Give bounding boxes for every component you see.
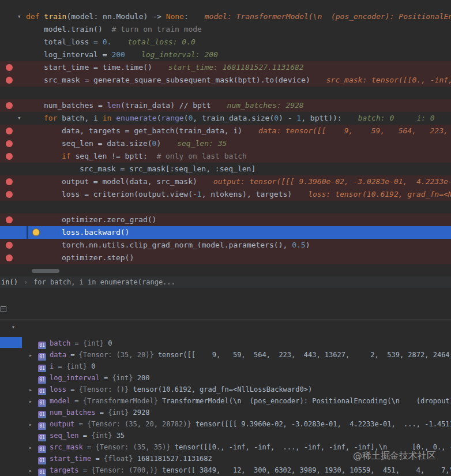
chevron-down-icon[interactable]: ▾ [12,320,15,335]
code-text: loss.backward() [26,228,129,237]
editor-gutter[interactable]: ▾ [0,112,26,125]
code-line[interactable]: seq_len = data.size(0)seq_len: 35 [0,137,451,150]
code-editor[interactable]: ▾def train(model: nn.Module) -> None:mod… [0,0,451,276]
chevron-right-icon [29,373,38,384]
variable-type: {Tensor: (35, 20)} [79,351,158,359]
chevron-right-icon[interactable]: ▸ [29,465,38,476]
breakpoint-icon[interactable] [6,178,13,185]
code-line[interactable]: optimizer.zero_grad() [0,213,451,226]
variable-row[interactable]: ▸01output = {Tensor: (35, 20, 28782)} te… [0,418,451,430]
editor-gutter[interactable] [0,226,26,239]
code-line[interactable]: if seq_len != bptt: # only on last batch [0,150,451,163]
chevron-right-icon[interactable]: ▸ [29,442,38,453]
code-line[interactable]: src_mask = src_mask[:seq_len, :seq_len] [0,163,451,175]
editor-horizontal-scrollbar[interactable] [32,269,59,273]
editor-gutter[interactable] [0,201,26,213]
editor-gutter[interactable] [0,48,26,61]
code-line[interactable] [0,201,451,213]
inline-debugger-hint: log_interval: 200 [141,50,218,59]
variable-row[interactable]: 01num_batches = {int} 2928 [0,407,451,418]
variable-row[interactable]: ▸01data = {Tensor: (35, 20)} tensor([[ 9… [0,349,451,361]
editor-gutter[interactable] [0,175,26,188]
variable-row[interactable]: 01batch = {int} 0 [0,338,451,349]
variable-row[interactable]: 01i = {int} 0 [0,361,451,372]
fold-arrow-icon[interactable]: ▾ [17,10,21,23]
variable-name: targets [50,466,79,474]
variable-row[interactable]: 01seq_len = {int} 35 [0,430,451,441]
variable-name: batch [50,339,70,347]
variable-name: output [50,420,74,428]
breakpoint-icon[interactable] [6,216,13,223]
debug-console-area [0,288,451,319]
breakpoint-icon[interactable] [6,64,13,71]
editor-gutter[interactable] [0,150,26,163]
breakpoint-icon[interactable] [6,77,13,84]
inline-debugger-hint: num_batches: 2928 [227,101,304,110]
editor-gutter[interactable] [0,87,26,99]
variable-icon: 01 [38,434,46,441]
editor-gutter[interactable] [0,188,26,201]
code-line[interactable]: data, targets = get_batch(train_data, i)… [0,125,451,137]
breakpoint-icon[interactable] [6,242,13,249]
editor-gutter[interactable] [0,213,26,226]
editor-gutter[interactable] [0,125,26,137]
code-line[interactable]: optimizer.step() [0,252,451,264]
code-line[interactable]: ▾def train(model: nn.Module) -> None:mod… [0,10,451,23]
code-line[interactable]: loss.backward() [0,226,451,239]
tool-window-icon[interactable] [1,306,6,312]
chevron-right-icon [29,407,38,418]
equals-sign: = [79,432,92,440]
editor-gutter[interactable] [0,239,26,252]
editor-gutter[interactable] [0,36,26,48]
inline-debugger-hint: total_loss: 0.0 [127,38,195,46]
pycharm-debug-window: ▾def train(model: nn.Module) -> None:mod… [0,0,451,476]
code-line[interactable]: ▾for batch, i in enumerate(range(0, trai… [0,112,451,125]
code-line[interactable]: torch.nn.utils.clip_grad_norm_(model.par… [0,239,451,252]
fold-arrow-icon[interactable]: ▾ [17,112,21,125]
editor-gutter[interactable] [0,163,26,175]
variable-icon: 01 [38,411,46,418]
code-line[interactable]: loss = criterion(output.view(-1, ntokens… [0,188,451,201]
editor-gutter[interactable] [0,99,26,112]
breakpoint-icon[interactable] [6,140,13,147]
variable-name: seq_len [50,432,79,440]
editor-gutter[interactable] [0,23,26,36]
editor-gutter[interactable] [0,252,26,264]
code-line[interactable]: model.train() # turn on train mode [0,23,451,36]
breadcrumb-loop[interactable]: for batch, i in enumerate(range... [33,276,175,288]
intention-bulb-icon[interactable] [32,228,40,236]
breakpoint-icon[interactable] [6,153,13,160]
editor-gutter[interactable] [0,137,26,150]
variable-row[interactable]: ▸01targets = {Tensor: (700,)} tensor([ 3… [0,464,451,476]
editor-gutter[interactable]: ▾ [0,10,26,23]
breakpoint-icon[interactable] [6,254,13,261]
code-text: total_loss = 0. [26,38,111,46]
code-line[interactable]: total_loss = 0.total_loss: 0.0 [0,36,451,48]
chevron-right-icon[interactable]: ▸ [29,396,38,407]
code-text: if seq_len != bptt: # only on last batch [26,152,247,160]
equals-sign: = [66,385,79,393]
editor-gutter[interactable] [0,74,26,87]
code-line[interactable]: output = model(data, src_mask)output: te… [0,175,451,188]
breakpoint-icon[interactable] [6,128,13,134]
chevron-right-icon[interactable]: ▸ [29,419,38,430]
breadcrumb-separator-icon: › [24,276,28,288]
variable-icon: 01 [38,457,46,464]
variable-row[interactable]: ▸01model = {TransformerModel} Transforme… [0,395,451,407]
editor-gutter[interactable] [0,61,26,74]
code-line[interactable]: log_interval = 200log_interval: 200 [0,48,451,61]
variable-value: 2928 [133,408,150,417]
variable-row[interactable]: 01log_interval = {int} 200 [0,372,451,384]
breadcrumb-function[interactable]: in() [1,276,18,288]
chevron-right-icon[interactable]: ▸ [29,384,38,395]
code-line[interactable]: start_time = time.time()start_time: 1681… [0,61,451,74]
variable-type: {Tensor: (35, 20, 28782)} [87,420,196,428]
code-line[interactable]: num_batches = len(train_data) // bpttnum… [0,99,451,112]
variable-row[interactable]: ▸01loss = {Tensor: ()} tensor(10.6192, g… [0,384,451,395]
evaluate-row: ▾ Evaluate expression (Enter) or add a w… [0,320,451,335]
code-line[interactable]: src_mask = generate_square_subsequent_ma… [0,74,451,87]
breakpoint-icon[interactable] [6,191,13,198]
code-line[interactable] [0,87,451,99]
breakpoint-icon[interactable] [6,102,13,109]
chevron-right-icon[interactable]: ▸ [29,350,38,361]
